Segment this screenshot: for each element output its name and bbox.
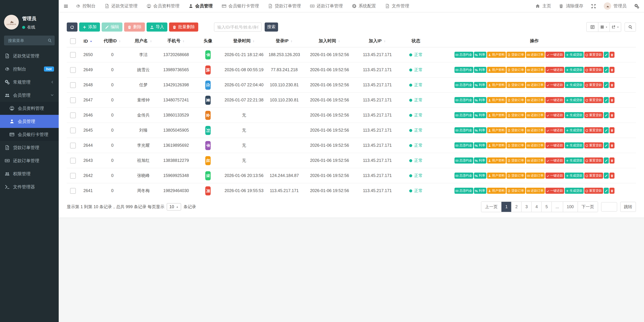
delete-button[interactable]: 删除 xyxy=(124,23,145,32)
sidebar-item-file-manager[interactable]: 文件管理器 xyxy=(0,180,59,193)
generate-loan-button[interactable]: 生成贷款 xyxy=(565,188,584,194)
page-button-1[interactable]: 1 xyxy=(501,202,511,212)
rate-button[interactable]: %利率 xyxy=(474,67,486,73)
column-header[interactable]: 用户名 xyxy=(128,35,159,47)
reset-loan-button[interactable]: 重置贷款 xyxy=(584,173,603,179)
delete-row-button[interactable] xyxy=(609,82,614,88)
total-penalty-button[interactable]: 总违约金 xyxy=(454,97,473,103)
one-click-repay-button[interactable]: 一键还款 xyxy=(545,142,564,148)
search-input[interactable] xyxy=(214,23,262,32)
repay-order-button[interactable]: 还款订单 xyxy=(526,112,544,118)
total-penalty-button[interactable]: 总违约金 xyxy=(454,67,473,73)
add-button[interactable]: 添加 xyxy=(79,23,100,32)
page-button-3[interactable]: 3 xyxy=(522,202,532,212)
loan-order-button[interactable]: 贷款订单 xyxy=(506,67,525,73)
delete-row-button[interactable] xyxy=(609,52,614,58)
delete-row-button[interactable] xyxy=(609,97,614,103)
reset-loan-button[interactable]: 重置贷款 xyxy=(584,188,603,194)
one-click-repay-button[interactable]: 一键还款 xyxy=(545,188,564,194)
page-button-5[interactable]: 5 xyxy=(542,202,552,212)
user-profile-button[interactable]: 用户资料 xyxy=(487,82,506,88)
column-header[interactable]: 手机号 xyxy=(159,35,193,47)
toggle-search-button[interactable] xyxy=(624,23,636,32)
repay-order-button[interactable]: 还款订单 xyxy=(526,52,544,58)
delete-row-button[interactable] xyxy=(609,157,614,164)
search-button[interactable]: 搜索 xyxy=(265,23,278,32)
row-checkbox[interactable] xyxy=(70,97,76,103)
reset-loan-button[interactable]: 重置贷款 xyxy=(584,157,603,164)
loan-order-button[interactable]: 贷款订单 xyxy=(506,188,525,194)
rate-button[interactable]: %利率 xyxy=(474,142,486,148)
nav-item-system-config[interactable]: 系统配置 xyxy=(352,3,376,9)
page-button-4[interactable]: 4 xyxy=(532,202,542,212)
bulk-delete-button[interactable]: 批量删除 xyxy=(169,23,198,32)
page-button-100[interactable]: 100 xyxy=(563,202,578,212)
user-profile-button[interactable]: 用户资料 xyxy=(487,52,506,58)
edit-row-button[interactable] xyxy=(604,112,608,118)
total-penalty-button[interactable]: 总违约金 xyxy=(454,157,473,164)
row-checkbox[interactable] xyxy=(70,82,76,88)
sidebar-item-repay-orders[interactable]: 还款订单管理 xyxy=(0,154,59,167)
detail-view-button[interactable] xyxy=(587,23,598,32)
one-click-repay-button[interactable]: 一键还款 xyxy=(545,173,564,179)
loan-order-button[interactable]: 贷款订单 xyxy=(506,97,525,103)
edit-row-button[interactable] xyxy=(604,67,608,73)
rate-button[interactable]: %利率 xyxy=(474,112,486,118)
nav-item-repayment-voucher[interactable]: 还款凭证管理 xyxy=(105,3,138,9)
user-profile-button[interactable]: 用户资料 xyxy=(487,127,506,133)
loan-order-button[interactable]: 贷款订单 xyxy=(506,82,525,88)
one-click-repay-button[interactable]: 一键还款 xyxy=(545,97,564,103)
admin-user-menu[interactable]: 管理员 xyxy=(604,2,626,10)
page-ellipsis[interactable]: ... xyxy=(552,202,563,212)
one-click-repay-button[interactable]: 一键还款 xyxy=(545,52,564,58)
delete-row-button[interactable] xyxy=(609,67,614,73)
edit-row-button[interactable] xyxy=(604,97,608,103)
sidebar-search-input[interactable] xyxy=(8,38,48,43)
one-click-repay-button[interactable]: 一键还款 xyxy=(545,127,564,133)
column-header[interactable]: 加入IP xyxy=(356,35,399,47)
reset-loan-button[interactable]: 重置贷款 xyxy=(584,52,603,58)
nav-item-dashboard[interactable]: 控制台 xyxy=(76,3,96,9)
one-click-repay-button[interactable]: 一键还款 xyxy=(545,157,564,164)
generate-loan-button[interactable]: 生成贷款 xyxy=(565,173,584,179)
jump-page-input[interactable] xyxy=(601,202,617,211)
row-checkbox[interactable] xyxy=(70,127,76,133)
sidebar-item-dashboard[interactable]: 控制台hot xyxy=(0,63,59,76)
sidebar-item-member-manage[interactable]: 会员管理 xyxy=(0,115,59,128)
repay-order-button[interactable]: 还款订单 xyxy=(526,67,544,73)
rate-button[interactable]: %利率 xyxy=(474,188,486,194)
user-profile-button[interactable]: 用户资料 xyxy=(487,157,506,164)
total-penalty-button[interactable]: 总违约金 xyxy=(454,188,473,194)
edit-row-button[interactable] xyxy=(604,157,608,164)
row-checkbox[interactable] xyxy=(70,112,76,118)
generate-loan-button[interactable]: 生成贷款 xyxy=(565,127,584,133)
user-profile-button[interactable]: 用户资料 xyxy=(487,97,506,103)
nav-item-loan-orders[interactable]: 贷款订单管理 xyxy=(268,3,301,9)
delete-row-button[interactable] xyxy=(609,127,614,133)
generate-loan-button[interactable]: 生成贷款 xyxy=(565,52,584,58)
search-icon[interactable] xyxy=(48,38,52,43)
user-profile-button[interactable]: 用户资料 xyxy=(487,67,506,73)
delete-row-button[interactable] xyxy=(609,173,614,179)
loan-order-button[interactable]: 贷款订单 xyxy=(506,112,525,118)
repay-order-button[interactable]: 还款订单 xyxy=(526,82,544,88)
generate-loan-button[interactable]: 生成贷款 xyxy=(565,67,584,73)
generate-loan-button[interactable]: 生成贷款 xyxy=(565,157,584,164)
rate-button[interactable]: %利率 xyxy=(474,127,486,133)
nav-item-member-bankcard[interactable]: 会员银行卡管理 xyxy=(222,3,259,9)
columns-view-button[interactable] xyxy=(598,23,610,32)
row-checkbox[interactable] xyxy=(70,173,76,178)
menu-toggle-icon[interactable] xyxy=(64,4,68,9)
nav-item-member-profile[interactable]: 会员资料管理 xyxy=(146,3,180,9)
nav-item-members[interactable]: 会员管理 xyxy=(188,3,213,9)
column-header[interactable]: 加入时间 xyxy=(304,35,356,47)
edit-row-button[interactable] xyxy=(604,173,608,179)
total-penalty-button[interactable]: 总违约金 xyxy=(454,142,473,148)
refresh-button[interactable] xyxy=(67,23,78,32)
sidebar-item-member-bankcard[interactable]: 会员银行卡管理 xyxy=(0,128,59,141)
loan-order-button[interactable]: 贷款订单 xyxy=(506,52,525,58)
jump-button[interactable]: 跳转 xyxy=(620,202,636,212)
generate-loan-button[interactable]: 生成贷款 xyxy=(565,142,584,148)
rate-button[interactable]: %利率 xyxy=(474,173,486,179)
edit-row-button[interactable] xyxy=(604,82,608,88)
